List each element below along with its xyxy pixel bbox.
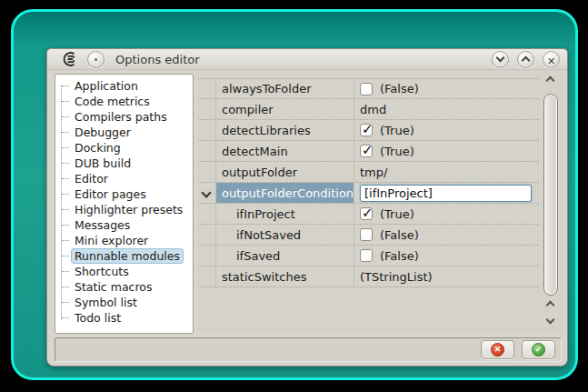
sidebar-item-messages[interactable]: Messages: [55, 217, 193, 233]
cancel-circle-icon: [491, 343, 504, 357]
property-row-detectlibraries[interactable]: detectLibraries(True): [198, 120, 539, 141]
sidebar-item-symbol-list[interactable]: Symbol list: [55, 295, 193, 310]
sidebar-item-todo-list[interactable]: Todo list: [55, 310, 193, 326]
sidebar-item-dub-build[interactable]: DUB build: [55, 156, 193, 171]
minimize-button[interactable]: [492, 51, 509, 68]
checkbox-state-label: (False): [380, 249, 419, 263]
row-gutter: [198, 120, 216, 140]
property-value-input[interactable]: [360, 185, 532, 202]
checkbox-unchecked-icon[interactable]: [360, 83, 373, 95]
checkbox-checked-icon[interactable]: [360, 207, 373, 220]
tree-branch-line: [62, 178, 69, 179]
property-value-text: dmd: [360, 103, 386, 116]
checkbox-unchecked-icon[interactable]: [360, 228, 373, 241]
sidebar-item-mini-explorer[interactable]: Mini explorer: [55, 233, 193, 248]
scrollbar-up-icon[interactable]: [546, 76, 555, 85]
property-row-compiler[interactable]: compilerdmd: [198, 99, 539, 120]
window-menu-button[interactable]: [87, 51, 105, 68]
property-name: outputFolderConditions: [216, 183, 354, 203]
property-row-staticswitches[interactable]: staticSwitches(TStringList): [198, 266, 539, 287]
scrollbar-thumb[interactable]: [543, 94, 558, 296]
tree-branch-line: [62, 209, 69, 210]
footer-buttons: [481, 340, 555, 359]
tree-branch-line: [62, 116, 69, 117]
property-row-outputfolderconditions[interactable]: outputFolderConditions: [198, 183, 539, 204]
checkbox-checked-icon[interactable]: [360, 124, 373, 136]
property-name: compiler: [216, 99, 354, 119]
sidebar-item-label: Runnable modules: [72, 249, 183, 263]
sidebar-item-code-metrics[interactable]: Code metrics: [55, 94, 193, 109]
checkbox-state-label: (True): [380, 207, 414, 221]
sidebar-item-label: Compilers paths: [72, 110, 170, 124]
sidebar-item-debugger[interactable]: Debugger: [55, 125, 193, 140]
teal-window-frame: Options editor ApplicationCode metricsCo…: [11, 9, 578, 380]
sidebar-item-shortcuts[interactable]: Shortcuts: [55, 264, 193, 279]
titlebar[interactable]: Options editor: [47, 49, 567, 70]
sidebar-item-label: Debugger: [72, 126, 134, 139]
sidebar-item-static-macros[interactable]: Static macros: [55, 279, 193, 295]
tree-branch-line: [62, 225, 69, 226]
sidebar-item-label: Todo list: [72, 311, 124, 325]
tree-branch-line: [62, 271, 69, 272]
property-value-cell: (False): [354, 246, 539, 266]
checkbox-state-label: (False): [380, 228, 419, 242]
property-row-outputfolder[interactable]: outputFoldertmp/: [198, 162, 539, 183]
tree-branch-line: [62, 302, 69, 303]
property-value-cell: (False): [354, 79, 539, 98]
sidebar-item-label: DUB build: [72, 156, 134, 170]
scrollbar-up-icon[interactable]: [546, 301, 555, 310]
row-gutter: [198, 246, 216, 266]
window-title: Options editor: [115, 53, 492, 66]
tree-branch-line: [62, 147, 69, 148]
maximize-button[interactable]: [517, 51, 534, 68]
sidebar-item-label: Docking: [72, 141, 124, 155]
property-row-ifsaved[interactable]: ifSaved(False): [198, 246, 539, 266]
property-row-ifinproject[interactable]: ifInProject(True): [198, 204, 539, 225]
property-name: ifSaved: [216, 246, 354, 266]
checkbox-state-label: (True): [380, 124, 414, 137]
property-name: ifInProject: [216, 204, 354, 224]
checkbox-checked-icon[interactable]: [360, 145, 373, 157]
sidebar-item-label: Editor pages: [72, 187, 149, 201]
property-value-cell: dmd: [354, 99, 539, 119]
titlebar-controls: [492, 51, 560, 68]
property-row-ifnotsaved[interactable]: ifNotSaved(False): [198, 225, 539, 246]
scrollbar-down-icon[interactable]: [546, 316, 555, 325]
close-button[interactable]: [543, 51, 560, 68]
property-row-detectmain[interactable]: detectMain(True): [198, 141, 539, 162]
sidebar-item-docking[interactable]: Docking: [55, 140, 193, 156]
cancel-button[interactable]: [481, 340, 514, 359]
property-value-cell: (True): [354, 141, 539, 161]
expand-chevron-icon[interactable]: [198, 183, 216, 203]
sidebar-item-editor-pages[interactable]: Editor pages: [55, 186, 193, 202]
property-name: detectLibraries: [216, 120, 354, 140]
sidebar-item-label: Editor: [72, 172, 111, 186]
app-icon: [62, 51, 78, 67]
sidebar-item-highlighter-presets[interactable]: Highlighter presets: [55, 202, 193, 217]
chevron-up-icon: [522, 56, 531, 65]
property-name: detectMain: [216, 141, 354, 161]
property-grid: alwaysToFolder(False)compilerdmddetectLi…: [198, 70, 563, 332]
sidebar-item-application[interactable]: Application: [55, 78, 193, 94]
tree-branch-line: [62, 163, 69, 164]
checkbox-unchecked-icon[interactable]: [360, 249, 373, 262]
tree-branch-line: [62, 101, 69, 102]
category-tree-panel: ApplicationCode metricsCompilers pathsDe…: [55, 74, 194, 334]
property-rows: alwaysToFolder(False)compilerdmddetectLi…: [198, 70, 539, 332]
tree-branch-line: [62, 240, 69, 241]
sidebar-item-editor[interactable]: Editor: [55, 171, 193, 186]
property-value-cell: (True): [354, 204, 539, 224]
vertical-scrollbar[interactable]: [539, 70, 563, 332]
sidebar-item-label: Mini explorer: [72, 234, 151, 247]
sidebar-item-runnable-modules[interactable]: Runnable modules: [55, 248, 193, 264]
property-value-text: tmp/: [360, 166, 387, 179]
accept-button[interactable]: [522, 340, 555, 359]
sidebar-item-compilers-paths[interactable]: Compilers paths: [55, 109, 193, 125]
property-row-alwaystofolder[interactable]: alwaysToFolder(False): [198, 78, 539, 99]
row-gutter: [198, 204, 216, 224]
row-gutter: [198, 79, 216, 98]
accept-circle-icon: [532, 343, 545, 357]
tree-branch-line: [62, 194, 69, 195]
category-list: ApplicationCode metricsCompilers pathsDe…: [55, 78, 193, 326]
sidebar-item-label: Code metrics: [72, 95, 153, 108]
